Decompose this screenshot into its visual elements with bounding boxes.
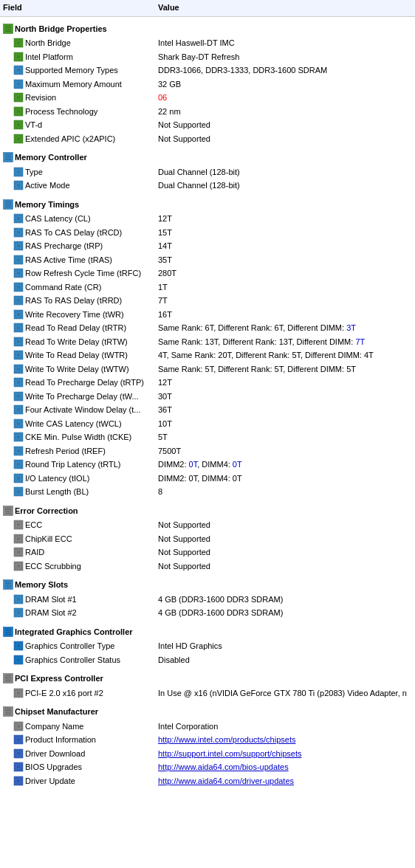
table-row: Round Trip Latency (tRTL)DIMM2: 0T, DIMM… [0,458,415,472]
svg-rect-143 [17,644,20,647]
error-icon [13,561,24,571]
section-memory-timings: Memory Timings [0,193,415,213]
svg-rect-53 [17,244,20,247]
svg-rect-39 [17,184,20,187]
field-value[interactable]: http://www.intel.com/products/chipsets [155,733,415,747]
timing-icon [13,364,24,374]
table-row: Read To Write Delay (tRTW)Same Rank: 13T… [0,335,415,349]
svg-rect-125 [4,580,13,590]
table-row: Driver Downloadhttp://support.intel.com/… [0,747,415,761]
timing-icon [13,65,24,75]
field-value: 10T [155,417,415,431]
chip-icon [13,120,24,130]
section-label: Integrated Graphics Controller [15,627,133,636]
value-text: 06 [158,93,167,102]
value-text: Not Supported [158,520,210,529]
svg-rect-104 [17,477,20,480]
svg-rect-154 [17,692,20,695]
field-label: I/O Latency (tIOL) [25,474,89,483]
info-icon [13,776,24,786]
field-value: 4 GB (DDR3-1600 DDR3 SDRAM) [155,606,415,620]
timing-icon [13,350,24,360]
svg-rect-174 [17,779,20,782]
section-error-correction: Error Correction [0,499,415,519]
field-label: North Bridge [25,38,71,47]
field-value: 16T [155,308,415,322]
value-text: Shark Bay-DT Refresh [158,52,239,61]
field-value: 22 nm [155,105,415,119]
field-label: Write Recovery Time (tWR) [25,310,124,319]
link-value[interactable]: http://support.intel.com/support/chipset… [158,749,301,758]
highlighted-value: 7T [355,337,365,346]
timing-icon [13,227,24,238]
timing-icon [13,486,24,497]
info-icon [13,748,24,759]
field-label: Product Information [25,735,96,744]
section-chipset-manufacturer: Chipset Manufacturer [0,700,415,720]
section-label: PCI Express Controller [15,674,103,683]
svg-rect-89 [17,408,20,411]
field-label: Command Rate (CR) [25,283,101,292]
field-label: BIOS Upgrades [25,762,82,771]
table-row: Product Informationhttp://www.intel.com/… [0,733,415,747]
table-row: RAS To RAS Delay (tRRD)7T [0,294,415,308]
value-text: 4T, Same Rank: 20T, Different Rank: 5T, … [158,351,374,359]
value-text: 280T [158,269,176,278]
field-value: Intel HD Graphics [155,639,415,653]
field-label: DRAM Slot #2 [25,608,77,617]
link-value[interactable]: http://www.intel.com/products/chipsets [158,735,295,744]
chip-icon [13,106,24,117]
highlighted-value: 0T [189,460,198,469]
svg-rect-47 [17,217,20,220]
field-value[interactable]: http://www.aida64.com/bios-updates [155,760,415,774]
chip-icon [13,38,24,48]
field-value: 14T [155,239,415,253]
field-value: 7500T [155,444,415,458]
field-value[interactable]: http://www.aida64.com/driver-updates [155,774,415,788]
svg-rect-165 [17,738,20,741]
value-text: In Use @ x16 (nVIDIA GeForce GTX 780 Ti … [158,689,407,698]
field-label: Supported Memory Types [25,66,118,75]
field-label: Read To Read Delay (tRTR) [25,323,126,332]
field-label: Company Name [25,722,83,731]
field-label: Refresh Period (tREF) [25,447,106,455]
value-text: Dual Channel (128-bit) [158,168,240,176]
field-value: In Use @ x16 (nVIDIA GeForce GTX 780 Ti … [155,686,415,700]
field-value: 35T [155,253,415,267]
value-text: 12T [158,378,172,387]
error-icon [13,534,24,544]
field-label: Read To Write Delay (tRTW) [25,337,128,346]
info-icon [13,762,24,772]
field-value: DDR3-1066, DDR3-1333, DDR3-1600 SDRAM [155,63,415,78]
svg-rect-95 [17,435,20,438]
field-label: ECC [25,520,42,529]
field-label: RAS To CAS Delay (tRCD) [25,228,122,237]
table-row: Graphics Controller TypeIntel HD Graphic… [0,639,415,653]
field-value[interactable]: http://support.intel.com/support/chipset… [155,747,415,761]
value-text: 10T [158,419,172,428]
table-row: Command Rate (CR)1T [0,280,415,294]
pci-section-icon [3,673,13,683]
error-section-icon [3,506,13,516]
link-value[interactable]: http://www.aida64.com/bios-updates [158,762,289,771]
table-row: Write To Precharge Delay (tW...30T [0,390,415,404]
value-text: 4 GB (DDR3-1600 DDR3 SDRAM) [158,595,283,604]
field-value: Not Supported [155,545,415,559]
error-icon [13,547,24,557]
section-memory-slots: Memory Slots [0,573,415,593]
value-text: Disabled [158,655,190,664]
table-row: Burst Length (BL)8 [0,485,415,499]
table-row: Supported Memory TypesDDR3-1066, DDR3-13… [0,63,415,78]
field-label: Process Technology [25,107,97,116]
field-value: 8 [155,485,415,499]
svg-rect-0 [4,24,13,33]
link-value[interactable]: http://www.aida64.com/driver-updates [158,776,294,785]
section-label: North Bridge Properties [15,24,107,33]
svg-rect-68 [17,313,20,316]
svg-rect-108 [4,506,13,515]
table-row: RAIDNot Supported [0,545,415,559]
section-pci-express: PCI Express Controller [0,666,415,686]
svg-rect-171 [17,765,20,768]
svg-rect-28 [17,137,20,140]
timing-icon [13,473,24,483]
